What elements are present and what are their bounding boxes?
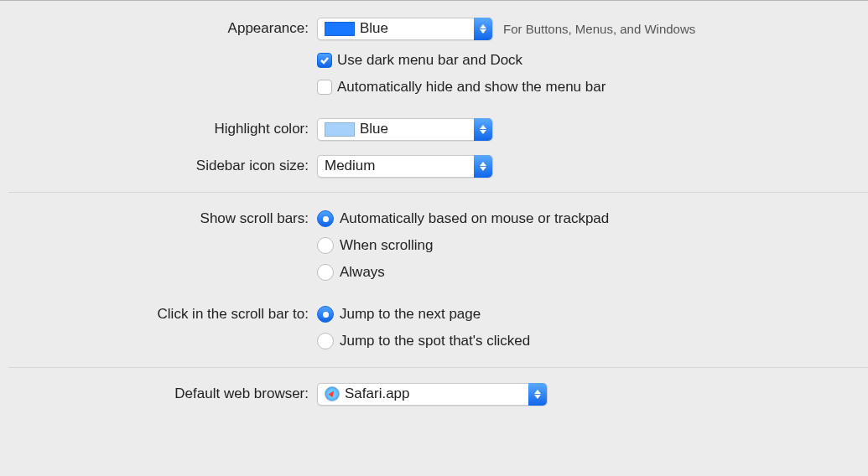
auto-hide-menubar-checkbox[interactable] (317, 80, 332, 95)
click-scroll-label: Click in the scroll bar to: (0, 306, 317, 323)
appearance-swatch (325, 22, 355, 36)
chevron-updown-icon (474, 18, 492, 40)
default-browser-select[interactable]: Safari.app (317, 383, 548, 406)
dark-menu-label: Use dark menu bar and Dock (337, 52, 522, 69)
click-scroll-spot-radio[interactable] (317, 333, 334, 349)
scroll-always-radio[interactable] (317, 264, 334, 281)
click-scroll-next-page-radio[interactable] (317, 306, 334, 323)
sidebar-icon-size-label: Sidebar icon size: (0, 158, 317, 174)
scroll-auto-radio[interactable] (317, 210, 334, 227)
highlight-color-select[interactable]: Blue (317, 118, 493, 141)
chevron-updown-icon (474, 155, 492, 178)
appearance-label: Appearance: (0, 20, 317, 37)
chevron-updown-icon (528, 383, 547, 406)
dark-menu-checkbox[interactable] (317, 53, 332, 68)
default-browser-label: Default web browser: (0, 385, 317, 402)
appearance-hint: For Buttons, Menus, and Windows (503, 22, 695, 36)
scroll-auto-label: Automatically based on mouse or trackpad (340, 210, 609, 227)
safari-icon (325, 386, 340, 401)
show-scroll-bars-label: Show scroll bars: (0, 210, 317, 227)
sidebar-icon-size-value: Medium (325, 158, 375, 174)
highlight-value: Blue (360, 121, 388, 137)
divider (8, 192, 868, 193)
sidebar-icon-size-select[interactable]: Medium (317, 155, 493, 178)
auto-hide-menubar-label: Automatically hide and show the menu bar (337, 79, 606, 96)
default-browser-value: Safari.app (345, 385, 410, 402)
scroll-always-label: Always (340, 264, 385, 281)
appearance-select[interactable]: Blue (317, 18, 493, 40)
click-scroll-next-page-label: Jump to the next page (340, 306, 481, 323)
scroll-when-scrolling-radio[interactable] (317, 237, 334, 254)
appearance-value: Blue (360, 20, 388, 37)
divider (8, 367, 868, 368)
click-scroll-spot-label: Jump to the spot that's clicked (340, 333, 530, 349)
general-preferences-pane: Appearance: Blue For Buttons, Menus, and… (0, 1, 868, 406)
highlight-color-label: Highlight color: (0, 121, 317, 137)
scroll-when-scrolling-label: When scrolling (340, 237, 434, 254)
highlight-swatch (325, 122, 355, 137)
chevron-updown-icon (474, 118, 492, 141)
